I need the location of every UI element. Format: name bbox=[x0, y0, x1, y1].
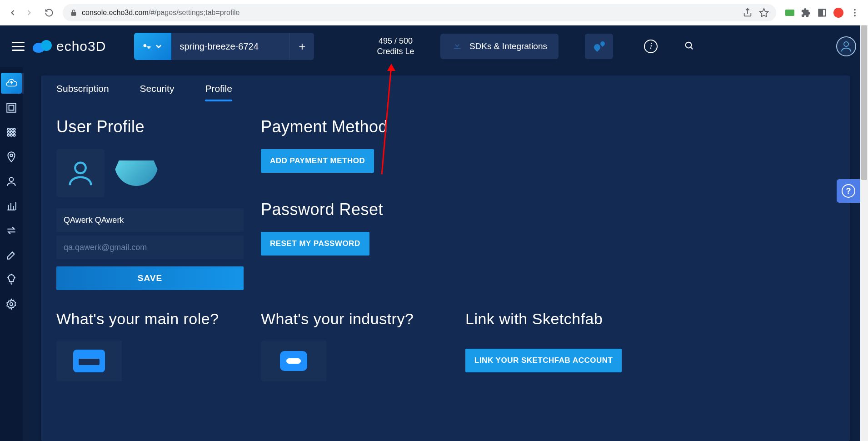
role-section: What's your main role? bbox=[56, 310, 261, 381]
logo-mark-icon bbox=[33, 40, 52, 53]
svg-point-3 bbox=[854, 12, 856, 14]
user-profile-section: User Profile SAVE bbox=[56, 117, 261, 290]
project-selector: spring-breeze-6724 + bbox=[134, 33, 314, 60]
menu-dots-icon[interactable] bbox=[850, 8, 860, 18]
credits-count: 495 / 500 bbox=[377, 36, 414, 46]
browser-reload-button[interactable] bbox=[41, 5, 57, 21]
sdk-label: SDKs & Integrations bbox=[469, 41, 547, 51]
sidebar-item-assets[interactable] bbox=[1, 97, 22, 118]
sidebar bbox=[0, 67, 23, 441]
logo-text: echo3D bbox=[56, 39, 106, 54]
industry-title: What's your industry? bbox=[261, 310, 465, 328]
add-project-button[interactable]: + bbox=[289, 33, 314, 60]
role-card[interactable] bbox=[56, 341, 122, 381]
lock-icon bbox=[70, 9, 77, 16]
avatar-placeholder-icon bbox=[65, 157, 96, 189]
chevron-down-icon bbox=[154, 42, 163, 51]
industry-card[interactable] bbox=[261, 341, 326, 381]
svg-point-12 bbox=[7, 131, 9, 133]
svg-point-19 bbox=[10, 177, 14, 181]
map-pin-icon bbox=[5, 151, 17, 163]
lightbulb-icon bbox=[5, 274, 17, 286]
sidebar-item-users[interactable] bbox=[1, 171, 22, 192]
sidebar-item-cloud[interactable] bbox=[1, 73, 22, 94]
svg-point-9 bbox=[7, 128, 9, 130]
share-icon[interactable] bbox=[743, 8, 753, 18]
search-button[interactable] bbox=[684, 40, 694, 52]
tab-security[interactable]: Security bbox=[140, 77, 175, 100]
panel-icon[interactable] bbox=[817, 8, 827, 18]
logo[interactable]: echo3D bbox=[33, 39, 106, 54]
profile-avatar-alt-icon[interactable] bbox=[115, 160, 158, 186]
link-sketchfab-button[interactable]: LINK YOUR SKETCHFAB ACCOUNT bbox=[465, 349, 622, 372]
browser-url-bar[interactable]: console.echo3d.com/#/pages/settings;tab=… bbox=[63, 4, 776, 21]
sidebar-item-settings[interactable] bbox=[1, 294, 22, 315]
dots-grid-icon bbox=[5, 126, 17, 138]
svg-point-18 bbox=[10, 154, 12, 156]
svg-point-5 bbox=[686, 42, 692, 48]
app-root: echo3D spring-breeze-6724 + 495 / 500 Cr… bbox=[0, 25, 868, 441]
reset-password-button[interactable]: RESET MY PASSWORD bbox=[261, 232, 369, 256]
user-avatar-button[interactable] bbox=[836, 36, 856, 56]
industry-icon bbox=[280, 351, 307, 371]
sidebar-item-transfer[interactable] bbox=[1, 220, 22, 241]
profile-avatars bbox=[56, 149, 261, 197]
card-body: User Profile SAVE Payment Me bbox=[41, 102, 850, 290]
role-title: What's your main role? bbox=[56, 310, 261, 328]
scrollbar[interactable] bbox=[860, 25, 868, 441]
svg-rect-7 bbox=[7, 103, 16, 112]
help-button[interactable]: ? bbox=[837, 179, 860, 203]
app-body: Subscription Security Profile User Profi… bbox=[0, 67, 868, 441]
settings-card: Subscription Security Profile User Profi… bbox=[41, 75, 850, 441]
sdks-integrations-button[interactable]: SDKs & Integrations bbox=[440, 34, 559, 59]
svg-point-21 bbox=[75, 163, 85, 173]
svg-point-11 bbox=[13, 128, 15, 130]
browser-forward-button[interactable] bbox=[21, 5, 37, 21]
hamburger-menu[interactable] bbox=[12, 42, 25, 51]
svg-point-10 bbox=[10, 128, 12, 130]
info-button[interactable]: i bbox=[644, 40, 658, 53]
sidebar-item-locations[interactable] bbox=[1, 146, 22, 167]
theme-button[interactable] bbox=[585, 34, 613, 59]
api-key-dropdown[interactable] bbox=[134, 33, 171, 60]
sidebar-item-edit[interactable] bbox=[1, 245, 22, 266]
payment-password-section: Payment Method ADD PAYMENT METHOD Passwo… bbox=[261, 117, 465, 290]
project-name-display[interactable]: spring-breeze-6724 bbox=[171, 33, 289, 60]
gear-icon bbox=[5, 298, 17, 310]
user-icon bbox=[5, 175, 17, 187]
sidebar-item-analytics[interactable] bbox=[1, 195, 22, 216]
extension-red-icon[interactable] bbox=[833, 8, 843, 18]
payment-method-title: Payment Method bbox=[261, 117, 465, 136]
cloud-upload-icon bbox=[5, 77, 17, 89]
tab-profile[interactable]: Profile bbox=[205, 77, 232, 100]
sketchfab-title: Link with Sketchfab bbox=[465, 310, 656, 328]
download-icon bbox=[452, 40, 462, 53]
browser-chrome: console.echo3d.com/#/pages/settings;tab=… bbox=[0, 0, 868, 25]
extensions-icon[interactable] bbox=[801, 8, 811, 18]
key-icon bbox=[142, 42, 151, 51]
sidebar-item-apps[interactable] bbox=[1, 122, 22, 143]
scrollbar-thumb[interactable] bbox=[861, 25, 867, 180]
add-payment-button[interactable]: ADD PAYMENT METHOD bbox=[261, 149, 374, 173]
svg-point-2 bbox=[854, 9, 856, 10]
tab-subscription[interactable]: Subscription bbox=[56, 77, 109, 100]
user-profile-title: User Profile bbox=[56, 117, 261, 136]
save-button[interactable]: SAVE bbox=[56, 266, 244, 290]
star-icon[interactable] bbox=[759, 8, 769, 18]
transfer-icon bbox=[5, 225, 17, 236]
svg-point-13 bbox=[10, 131, 12, 133]
extension-green-icon[interactable] bbox=[785, 10, 794, 16]
chart-icon bbox=[5, 200, 17, 212]
url-text: console.echo3d.com/#/pages/settings;tab=… bbox=[82, 9, 239, 17]
svg-point-6 bbox=[844, 42, 848, 46]
tabs: Subscription Security Profile bbox=[41, 75, 850, 102]
avatar-icon bbox=[839, 40, 853, 53]
svg-point-17 bbox=[13, 134, 15, 136]
svg-point-14 bbox=[13, 131, 15, 133]
sidebar-item-tips[interactable] bbox=[1, 269, 22, 290]
email-input[interactable] bbox=[56, 236, 244, 259]
browser-back-button[interactable] bbox=[5, 5, 21, 21]
profile-avatar-main[interactable] bbox=[56, 149, 105, 197]
name-input[interactable] bbox=[56, 208, 244, 232]
svg-point-15 bbox=[7, 134, 9, 136]
